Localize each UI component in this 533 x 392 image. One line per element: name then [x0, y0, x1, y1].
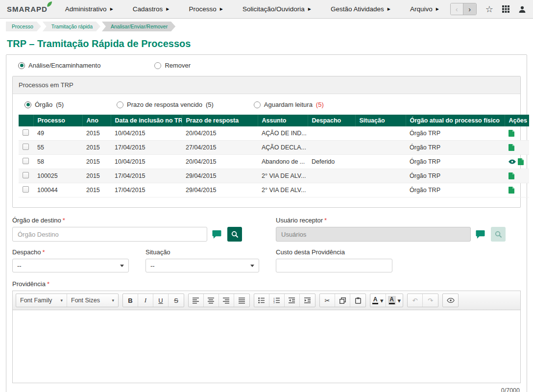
redo-icon[interactable]: ↷ [423, 294, 438, 307]
view-eye-icon[interactable] [509, 159, 516, 164]
history-back-button[interactable]: ‹ [451, 3, 463, 15]
required-asterisk: * [47, 280, 49, 288]
top-nav-bar: SMARAPD Administrativo▶ Cadastros▶ Proce… [0, 0, 533, 19]
row-checkbox[interactable] [23, 144, 29, 150]
bullet-list-icon[interactable] [254, 294, 269, 307]
breadcrumb-processo[interactable]: Processo [6, 22, 41, 31]
row-checkbox[interactable] [23, 172, 29, 178]
cell-despacho: Deferido [308, 155, 355, 169]
menu-arquivo[interactable]: Arquivo▶ [410, 5, 439, 13]
header-ano: Ano [82, 115, 111, 126]
header-assunto: Assunto [258, 115, 308, 126]
apps-grid-icon[interactable] [502, 5, 509, 13]
svg-text:3: 3 [273, 301, 275, 303]
label-text: Órgão de destino [12, 217, 61, 224]
processos-em-trp-panel: Processos em TRP Órgão (5) Prazo de resp… [12, 76, 521, 208]
preview-eye-icon[interactable] [443, 294, 458, 307]
cut-icon[interactable]: ✂ [320, 294, 335, 307]
table-row: 49 2015 10/04/2015 20/04/2015 AÇÃO DE IN… [19, 126, 529, 141]
outdent-icon[interactable] [285, 294, 300, 307]
bold-button[interactable]: B [123, 294, 138, 307]
font-group: Font Family ▾ Font Sizes ▾ [16, 294, 119, 307]
history-forward-button[interactable]: › [463, 3, 476, 15]
align-left-icon[interactable] [189, 294, 204, 307]
orgao-destino-label: Órgão de destino* [12, 217, 276, 224]
font-sizes-select[interactable]: Font Sizes ▾ [67, 294, 118, 307]
comment-bubble-icon[interactable] [212, 230, 221, 239]
cell-ano: 2015 [82, 169, 111, 183]
caret-right-icon: ▶ [166, 7, 169, 11]
background-color-button[interactable]: A ▾ [386, 294, 403, 307]
italic-button[interactable]: I [138, 294, 153, 307]
text-color-button[interactable]: A ▾ [370, 294, 386, 307]
radio-analise-encaminhamento[interactable]: Análise/Encaminhamento [18, 62, 100, 69]
row-checkbox[interactable] [23, 129, 29, 136]
custo-group: Custo desta Providência [276, 248, 392, 272]
caret-right-icon: ▶ [308, 7, 311, 11]
strikethrough-button[interactable]: S [169, 294, 184, 307]
filter-prazo-resposta-vencido[interactable]: Prazo de resposta vencido (5) [117, 101, 214, 108]
undo-icon[interactable]: ↶ [408, 294, 423, 307]
filter-label: Prazo de resposta vencido [127, 101, 202, 108]
required-asterisk: * [324, 217, 327, 224]
undo-redo-group: ↶ ↷ [407, 294, 438, 307]
breadcrumb-tramitacao-rapida[interactable]: Tramitação rápida [43, 22, 100, 31]
menu-label: Gestão Atividades [331, 5, 384, 13]
cell-assunto: AÇÃO DE IND... [258, 126, 308, 141]
breadcrumb-analisar-enviar-remover[interactable]: Analisar/Enviar/Remover [102, 22, 175, 31]
despacho-group: Despacho* -- [12, 248, 145, 272]
document-icon[interactable] [509, 130, 514, 137]
filter-aguardam-leitura[interactable]: Aguardam leitura (5) [254, 101, 324, 108]
color-group: A ▾ A ▾ [370, 294, 403, 307]
situacao-select[interactable]: -- [145, 259, 259, 272]
radio-remover[interactable]: Remover [154, 62, 191, 69]
document-icon[interactable] [509, 144, 514, 151]
menu-gestao-atividades[interactable]: Gestão Atividades▶ [331, 5, 390, 13]
document-icon[interactable] [509, 187, 514, 194]
document-icon[interactable] [518, 158, 524, 165]
cell-inclusao: 17/04/2015 [111, 141, 182, 155]
cell-situacao [355, 169, 406, 183]
providencia-text-area[interactable] [13, 310, 520, 383]
align-justify-icon[interactable] [234, 294, 249, 307]
app-logo[interactable]: SMARAPD [7, 5, 48, 13]
chevron-down-icon: ▾ [112, 298, 114, 303]
menu-administrativo[interactable]: Administrativo▶ [65, 5, 113, 13]
cell-prazo: 27/04/2015 [182, 141, 258, 155]
header-despacho: Despacho [308, 115, 355, 126]
cell-assunto: Abandono de ... [258, 155, 308, 169]
copy-icon[interactable] [335, 294, 350, 307]
header-checkbox-col [19, 115, 33, 126]
numbered-list-icon[interactable]: 123 [269, 294, 285, 307]
chevron-down-icon: ▾ [60, 298, 63, 303]
menu-processo[interactable]: Processo▶ [189, 5, 222, 13]
row-checkbox[interactable] [23, 158, 29, 164]
underline-button[interactable]: U [153, 294, 169, 307]
filter-orgao[interactable]: Órgão (5) [24, 101, 64, 108]
paste-icon[interactable] [350, 294, 365, 307]
mode-radio-group: Análise/Encaminhamento Remover [12, 62, 521, 69]
header-processo: Processo [33, 115, 82, 126]
orgao-destino-input[interactable] [12, 227, 207, 242]
font-family-value: Font Family [20, 297, 52, 304]
align-center-icon[interactable] [204, 294, 219, 307]
table-row: 58 2015 10/04/2015 20/04/2015 Abandono d… [19, 155, 529, 169]
custo-input[interactable] [276, 259, 392, 272]
menu-cadastros[interactable]: Cadastros▶ [133, 5, 170, 13]
despacho-select[interactable]: -- [12, 259, 129, 272]
font-sizes-value: Font Sizes [71, 297, 100, 304]
align-right-icon[interactable] [219, 294, 234, 307]
user-profile-icon[interactable] [518, 5, 526, 13]
comment-bubble-icon[interactable] [476, 230, 485, 239]
menu-solicitacao-ouvidoria[interactable]: Solicitação/Ouvidoria▶ [242, 5, 311, 13]
favorite-star-icon[interactable]: ☆ [485, 5, 493, 14]
radio-button [154, 62, 161, 69]
font-family-select[interactable]: Font Family ▾ [16, 294, 67, 307]
text-style-group: B I U S [122, 294, 184, 307]
indent-icon[interactable] [300, 294, 315, 307]
situacao-group: Situação -- [145, 248, 276, 272]
document-icon[interactable] [509, 172, 514, 179]
row-checkbox[interactable] [23, 186, 29, 193]
radio-button-checked [18, 62, 25, 69]
orgao-destino-search-button[interactable] [227, 227, 242, 242]
